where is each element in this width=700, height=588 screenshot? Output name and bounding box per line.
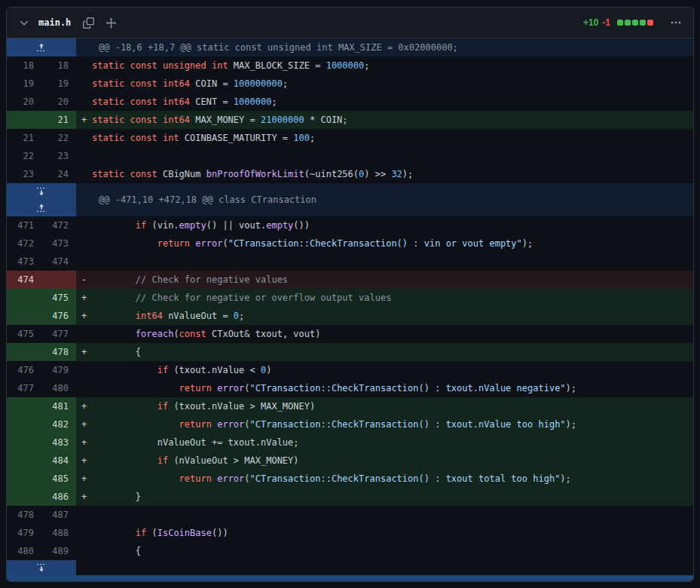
fold-up-icon (36, 42, 47, 53)
old-line-number[interactable]: 474 (7, 271, 41, 289)
code-cell (76, 506, 693, 524)
diff-line-context: 2122 static const int COINBASE_MATURITY … (7, 129, 693, 147)
code-token: (nValueOut > MAX_MONEY) (168, 455, 298, 466)
diff-marker: + (76, 488, 92, 506)
new-line-number[interactable]: 24 (41, 165, 76, 183)
file-options-button[interactable] (666, 14, 686, 32)
new-line-number[interactable]: 488 (41, 524, 76, 542)
code-token: ; (239, 311, 244, 321)
new-line-number[interactable]: 23 (41, 147, 76, 165)
new-line-number[interactable]: 475 (41, 289, 76, 307)
code-token: foreach (136, 329, 174, 339)
new-line-number[interactable]: 487 (41, 506, 76, 524)
old-line-number[interactable] (7, 397, 41, 415)
diff-line-context: 471472 if (vin.empty() || vout.empty()) (7, 216, 693, 234)
code-token: return (157, 238, 190, 249)
expand-down-button[interactable] (7, 183, 76, 200)
old-line-number[interactable]: 475 (7, 325, 41, 343)
old-line-number[interactable]: 19 (7, 75, 41, 93)
new-line-number[interactable]: 482 (41, 415, 76, 433)
new-line-number[interactable]: 472 (41, 216, 76, 234)
diff-marker: - (76, 271, 92, 289)
old-line-number[interactable]: 471 (7, 216, 41, 234)
old-line-number[interactable] (7, 343, 41, 361)
expand-down-button[interactable] (7, 560, 76, 575)
code-cell: + if (nValueOut > MAX_MONEY) (76, 452, 693, 470)
move-file-button[interactable] (101, 14, 121, 32)
diff-line-context: 476479 if (txout.nValue < 0) (7, 361, 693, 379)
old-line-number[interactable] (7, 289, 41, 307)
old-line-number[interactable] (7, 488, 41, 506)
new-line-number[interactable]: 473 (41, 234, 76, 253)
new-line-number[interactable] (41, 271, 76, 289)
code-token: MAX_BLOCK_SIZE = (228, 60, 326, 71)
new-line-number[interactable]: 18 (41, 57, 76, 75)
additions-count: +10 (583, 17, 598, 28)
code-cell: static const int64 COIN = 100000000; (76, 75, 693, 93)
old-line-number[interactable]: 473 (7, 253, 41, 271)
new-line-number[interactable]: 480 (41, 379, 76, 397)
code-cell: + nValueOut += txout.nValue; (76, 433, 693, 452)
diff-marker: + (76, 289, 92, 307)
old-line-number[interactable]: 23 (7, 165, 41, 183)
code-cell: static const unsigned int MAX_BLOCK_SIZE… (76, 57, 693, 75)
diff-line-context: 473474 (7, 253, 693, 271)
code-token: bnProofOfWorkLimit (206, 169, 304, 179)
old-line-number[interactable] (7, 470, 41, 488)
new-line-number[interactable]: 489 (41, 542, 76, 560)
old-line-number[interactable]: 20 (7, 93, 41, 111)
diff-marker: + (76, 307, 92, 325)
code-token: ); (402, 169, 413, 179)
code-token (92, 329, 136, 339)
new-line-number[interactable]: 478 (41, 343, 76, 361)
new-line-number[interactable]: 479 (41, 361, 76, 379)
new-line-number[interactable]: 484 (41, 452, 76, 470)
old-line-number[interactable]: 21 (7, 129, 41, 147)
new-line-number[interactable]: 483 (41, 433, 76, 452)
new-line-number[interactable]: 19 (41, 75, 76, 93)
code-token: ( (244, 419, 249, 430)
code-token: ); (560, 473, 570, 484)
old-line-number[interactable] (7, 452, 41, 470)
old-line-number[interactable]: 472 (7, 234, 41, 253)
diff-line-add: 476+ int64 nValueOut = 0; (7, 307, 693, 325)
hunk-header-text: @@ -18,6 +18,7 @@ static const unsigned … (76, 38, 693, 57)
expand-up-button[interactable] (7, 38, 76, 57)
old-line-number[interactable]: 479 (7, 524, 41, 542)
old-line-number[interactable]: 480 (7, 542, 41, 560)
old-line-number[interactable] (7, 415, 41, 433)
old-line-number[interactable]: 477 (7, 379, 41, 397)
old-line-number[interactable]: 18 (7, 57, 41, 75)
new-line-number[interactable]: 481 (41, 397, 76, 415)
code-token: COIN = (190, 78, 234, 89)
file-name-link[interactable]: main.h (38, 17, 71, 28)
new-line-number[interactable]: 20 (41, 93, 76, 111)
expand-up-button[interactable] (7, 200, 76, 216)
copy-file-path-button[interactable] (78, 14, 98, 32)
code-token: * COIN; (304, 115, 348, 125)
old-line-number[interactable]: 478 (7, 506, 41, 524)
diffstat-block (640, 20, 646, 26)
diff-line-context: 472473 return error("CTransaction::Check… (7, 234, 693, 253)
old-line-number[interactable] (7, 433, 41, 452)
new-line-number[interactable]: 485 (41, 470, 76, 488)
old-line-number[interactable] (7, 307, 41, 325)
diff-marker: + (76, 343, 92, 361)
code-token: ; (271, 96, 277, 107)
new-line-number[interactable]: 476 (41, 307, 76, 325)
new-line-number[interactable]: 22 (41, 129, 76, 147)
new-line-number[interactable]: 21 (41, 111, 76, 129)
code-token: if (157, 455, 168, 466)
expand-bottom-bar[interactable] (7, 575, 693, 581)
old-line-number[interactable] (7, 111, 41, 129)
old-line-number[interactable]: 476 (7, 361, 41, 379)
code-cell: + return error("CTransaction::CheckTrans… (76, 470, 693, 488)
new-line-number[interactable]: 477 (41, 325, 76, 343)
old-line-number[interactable]: 22 (7, 147, 41, 165)
collapse-file-button[interactable] (14, 14, 34, 32)
new-line-number[interactable]: 486 (41, 488, 76, 506)
code-token: CBigNum (157, 169, 206, 179)
move-icon (105, 17, 117, 29)
code-token: "CTransaction::CheckTransaction() : vin … (228, 238, 522, 249)
new-line-number[interactable]: 474 (41, 253, 76, 271)
